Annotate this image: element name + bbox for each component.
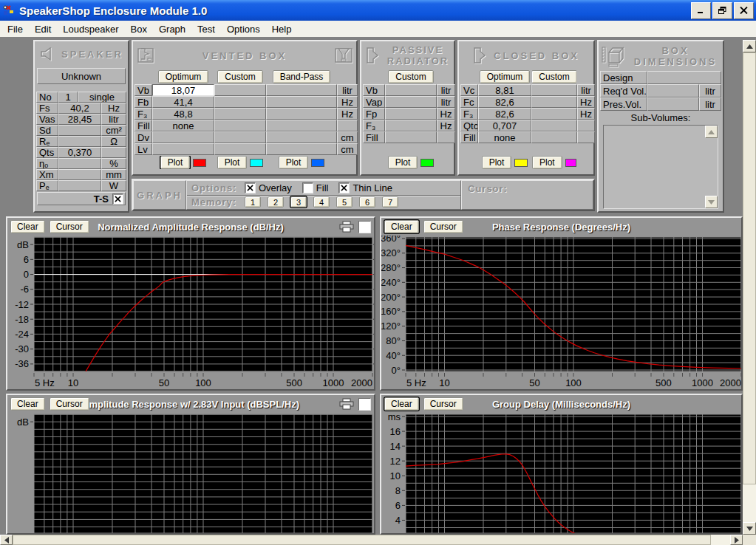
closed-fc-custom-value[interactable] — [531, 96, 577, 108]
vented-lv-custom-value[interactable] — [214, 143, 266, 155]
graph-2-plot-area[interactable]: dB — [7, 413, 374, 533]
vented-plot-button-3[interactable]: Plot — [279, 156, 309, 169]
speaker-r-value[interactable] — [58, 136, 101, 147]
option-fill-checkbox[interactable] — [302, 182, 313, 193]
close-button[interactable] — [734, 2, 754, 19]
scroll-right-arrow[interactable] — [730, 535, 743, 545]
speaker-name-button[interactable]: Unknown — [37, 68, 126, 84]
vented-vb-value[interactable]: 18,07 — [152, 84, 214, 96]
memory-button-4[interactable]: 4 — [313, 196, 330, 208]
closed-custom-button[interactable]: Custom — [531, 70, 576, 83]
boxdim-presvol-value[interactable] — [647, 97, 699, 111]
graph-1-plot-area[interactable]: 360°320°280°240°200°160°120°80°40°0°5 Hz… — [381, 236, 741, 389]
vented-f-bandpass-value[interactable] — [266, 108, 337, 120]
restore-button[interactable] — [712, 2, 732, 19]
closed-vc-custom-value[interactable] — [531, 84, 577, 96]
graph-3-cursor-button[interactable]: Cursor — [423, 397, 463, 411]
speaker-qts-value[interactable]: 0,370 — [58, 147, 101, 158]
graph-0-print-checkbox[interactable] — [358, 221, 371, 233]
boxdim-design-value[interactable] — [647, 71, 721, 84]
speaker-no-value[interactable]: 1 — [58, 92, 78, 103]
speaker-no-value2[interactable]: single — [78, 92, 126, 103]
passive-fp-value[interactable] — [385, 108, 437, 120]
memory-button-5[interactable]: 5 — [336, 196, 353, 208]
menu-help[interactable]: Help — [266, 22, 298, 36]
speaker-x-value[interactable] — [58, 158, 101, 169]
graph-1-clear-button[interactable]: Clear — [384, 220, 419, 233]
sub-volumes-listbox[interactable] — [603, 125, 718, 209]
vented-plot-button-1[interactable]: Plot — [160, 156, 191, 169]
ts-checkbox[interactable] — [112, 193, 123, 205]
vented-vb-custom-value[interactable] — [214, 84, 266, 96]
passive-custom-button[interactable]: Custom — [388, 70, 433, 83]
vented-dv-custom-value[interactable] — [214, 131, 266, 143]
menu-edit[interactable]: Edit — [29, 22, 57, 36]
speaker-p-value[interactable] — [58, 180, 101, 191]
passive-f-value[interactable] — [385, 120, 437, 131]
closed-f-value[interactable]: 82,6 — [478, 108, 531, 120]
passive-vb-value[interactable] — [385, 84, 437, 96]
memory-button-3[interactable]: 3 — [290, 196, 307, 208]
vertical-scrollbar[interactable] — [743, 40, 756, 535]
graph-3-plot-area[interactable]: ms16141210864 — [381, 413, 741, 533]
vented-optimum-button[interactable]: Optimum — [158, 70, 209, 83]
memory-button-2[interactable]: 2 — [268, 196, 284, 208]
passive-fill-value[interactable] — [385, 131, 437, 143]
horizontal-scrollbar-thumb[interactable] — [13, 535, 711, 545]
vented-fb-value[interactable]: 41,4 — [152, 96, 214, 108]
vented-lv-value[interactable] — [152, 143, 214, 155]
scroll-down-arrow[interactable] — [743, 522, 756, 535]
closed-vc-value[interactable]: 8,81 — [478, 84, 531, 96]
memory-button-1[interactable]: 1 — [245, 196, 261, 208]
boxdim-reqdvol-value[interactable] — [647, 84, 699, 97]
vented-plot-button-2[interactable]: Plot — [217, 156, 248, 169]
graph-2-clear-button[interactable]: Clear — [10, 397, 45, 411]
speaker-vas-value[interactable]: 28,45 — [58, 114, 101, 125]
boxdim-design-button[interactable]: Design — [600, 71, 647, 84]
passive-vap-value[interactable] — [385, 96, 437, 108]
graph-2-print-checkbox[interactable] — [358, 398, 371, 411]
vented-custom-button[interactable]: Custom — [217, 70, 262, 83]
vertical-scrollbar-thumb[interactable] — [743, 52, 756, 484]
vented-f-custom-value[interactable] — [214, 108, 266, 120]
vented-fb-custom-value[interactable] — [214, 96, 266, 108]
speaker-fs-value[interactable]: 40,2 — [58, 103, 101, 114]
vented-fill-value[interactable]: none — [152, 120, 214, 131]
closed-plot-button-2[interactable]: Plot — [532, 156, 562, 169]
menu-file[interactable]: File — [1, 22, 29, 36]
closed-qtc-value[interactable]: 0,707 — [478, 120, 531, 131]
vented-lv-bandpass-value[interactable] — [266, 143, 337, 155]
menu-test[interactable]: Test — [191, 22, 221, 36]
closed-optimum-button[interactable]: Optimum — [480, 70, 531, 83]
graph-1-cursor-button[interactable]: Cursor — [423, 220, 463, 233]
closed-plot-button-1[interactable]: Plot — [482, 156, 512, 169]
closed-f-custom-value[interactable] — [531, 108, 577, 120]
scroll-up-arrow[interactable] — [743, 40, 756, 52]
closed-fill-value[interactable]: none — [478, 131, 531, 143]
option-overlay-checkbox[interactable] — [245, 182, 256, 193]
sub-volumes-scroll-up-arrow[interactable] — [705, 126, 718, 138]
graph-0-cursor-button[interactable]: Cursor — [50, 220, 89, 233]
closed-fc-value[interactable]: 82,6 — [478, 96, 531, 108]
graph-0-plot-area[interactable]: dB60-6-12-18-24-30-365 Hz105010050010002… — [7, 236, 374, 389]
scroll-left-arrow[interactable] — [0, 535, 13, 545]
menu-options[interactable]: Options — [221, 22, 266, 36]
vented-fill-custom-value[interactable] — [214, 120, 266, 131]
vented-dv-value[interactable] — [152, 131, 214, 143]
vented-fb-bandpass-value[interactable] — [266, 96, 337, 108]
speaker-xm-value[interactable] — [58, 169, 101, 180]
graph-3-clear-button[interactable]: Clear — [384, 397, 419, 411]
graph-0-clear-button[interactable]: Clear — [10, 220, 45, 233]
vented-f-value[interactable]: 48,8 — [152, 108, 214, 120]
sub-volumes-scroll-down-arrow[interactable] — [705, 196, 718, 208]
graph-2-cursor-button[interactable]: Cursor — [50, 397, 89, 411]
speaker-sd-value[interactable] — [58, 125, 101, 136]
horizontal-scrollbar[interactable] — [0, 535, 743, 545]
memory-button-7[interactable]: 7 — [382, 196, 398, 208]
menu-loudspeaker[interactable]: Loudspeaker — [57, 22, 124, 36]
closed-qtc-custom-value[interactable] — [531, 120, 577, 131]
vented-vb-bandpass-value[interactable] — [266, 84, 337, 96]
option-thinline-checkbox[interactable] — [338, 182, 350, 193]
vented-fill-bandpass-value[interactable] — [266, 120, 337, 131]
closed-fill-custom-value[interactable] — [531, 131, 577, 143]
